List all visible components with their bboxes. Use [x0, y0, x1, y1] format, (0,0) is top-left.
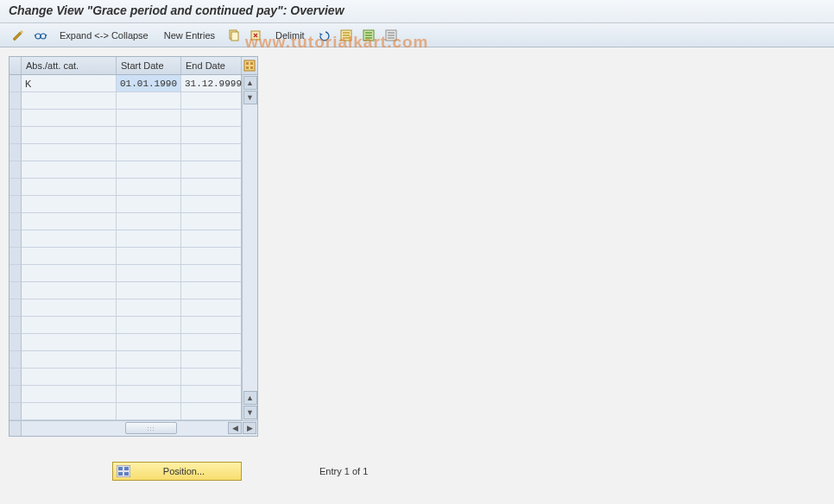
cell-abs-att-cat[interactable] — [22, 248, 117, 265]
cell-start-date[interactable] — [117, 299, 181, 317]
row-selector[interactable] — [9, 265, 22, 282]
cell-start-date[interactable] — [117, 351, 181, 369]
cell-start-date[interactable] — [117, 213, 181, 230]
cell-abs-att-cat[interactable] — [22, 282, 117, 299]
cell-abs-att-cat[interactable] — [22, 92, 117, 110]
table-row[interactable] — [9, 265, 242, 282]
cell-start-date[interactable] — [117, 403, 181, 420]
cell-start-date[interactable]: 01.01.1990 — [117, 75, 181, 92]
cell-end-date[interactable] — [181, 248, 242, 265]
cell-start-date[interactable] — [117, 144, 181, 161]
cell-end-date[interactable] — [181, 92, 242, 110]
column-header-end-date[interactable]: End Date — [181, 57, 242, 74]
deselect-all-icon[interactable] — [382, 27, 401, 44]
row-selector-header[interactable] — [9, 57, 22, 74]
cell-start-date[interactable] — [117, 282, 181, 299]
cell-end-date[interactable] — [181, 144, 242, 161]
row-selector[interactable] — [9, 386, 22, 403]
select-all-icon[interactable] — [337, 27, 356, 44]
cell-end-date[interactable] — [181, 161, 242, 179]
cell-end-date[interactable] — [181, 179, 242, 196]
table-row[interactable] — [9, 110, 242, 127]
cell-end-date[interactable] — [181, 334, 242, 351]
table-row[interactable] — [9, 179, 242, 196]
cell-start-date[interactable] — [117, 179, 181, 196]
cell-abs-att-cat[interactable]: K — [22, 75, 117, 92]
position-button[interactable]: Position... — [112, 462, 242, 481]
cell-end-date[interactable] — [181, 317, 242, 334]
cell-abs-att-cat[interactable] — [22, 299, 117, 317]
cell-abs-att-cat[interactable] — [22, 127, 117, 144]
table-row[interactable] — [9, 144, 242, 161]
cell-end-date[interactable] — [181, 110, 242, 127]
hscroll-thumb[interactable]: ::: — [125, 422, 177, 434]
table-row[interactable] — [9, 196, 242, 213]
cell-end-date[interactable] — [181, 386, 242, 403]
cell-start-date[interactable] — [117, 230, 181, 248]
table-row[interactable] — [9, 403, 242, 420]
row-selector[interactable] — [9, 75, 22, 92]
table-row[interactable] — [9, 369, 242, 386]
new-entries-button[interactable]: New Entries — [158, 27, 221, 44]
cell-end-date[interactable] — [181, 351, 242, 369]
row-selector[interactable] — [9, 369, 22, 386]
cell-start-date[interactable] — [117, 265, 181, 282]
table-row[interactable] — [9, 248, 242, 265]
delimit-button[interactable]: Delimit — [269, 27, 311, 44]
table-row[interactable] — [9, 386, 242, 403]
cell-abs-att-cat[interactable] — [22, 196, 117, 213]
expand-collapse-button[interactable]: Expand <-> Collapse — [54, 27, 155, 44]
horizontal-scrollbar[interactable]: ::: ◀ ▶ — [9, 420, 257, 436]
scroll-up2-icon[interactable]: ▲ — [243, 391, 257, 405]
glasses-details-icon[interactable] — [31, 27, 50, 44]
row-selector[interactable] — [9, 248, 22, 265]
column-header-abs-att-cat[interactable]: Abs./att. cat. — [22, 57, 117, 74]
grid-settings-icon[interactable] — [242, 57, 257, 74]
cell-abs-att-cat[interactable] — [22, 334, 117, 351]
cell-end-date[interactable] — [181, 230, 242, 248]
row-selector[interactable] — [9, 144, 22, 161]
cell-start-date[interactable] — [117, 386, 181, 403]
cell-end-date[interactable] — [181, 369, 242, 386]
row-selector[interactable] — [9, 282, 22, 299]
select-block-icon[interactable] — [359, 27, 378, 44]
table-row[interactable] — [9, 92, 242, 110]
table-row[interactable] — [9, 334, 242, 351]
cell-end-date[interactable]: 31.12.9999 — [181, 75, 242, 92]
row-selector[interactable] — [9, 351, 22, 369]
cell-start-date[interactable] — [117, 317, 181, 334]
table-row[interactable] — [9, 282, 242, 299]
cell-start-date[interactable] — [117, 127, 181, 144]
cell-abs-att-cat[interactable] — [22, 110, 117, 127]
row-selector[interactable] — [9, 403, 22, 420]
column-header-start-date[interactable]: Start Date — [117, 57, 181, 74]
table-row[interactable] — [9, 230, 242, 248]
row-selector[interactable] — [9, 127, 22, 144]
cell-abs-att-cat[interactable] — [22, 144, 117, 161]
cell-end-date[interactable] — [181, 282, 242, 299]
cell-abs-att-cat[interactable] — [22, 403, 117, 420]
cell-abs-att-cat[interactable] — [22, 386, 117, 403]
scroll-left-icon[interactable]: ◀ — [228, 422, 242, 434]
row-selector[interactable] — [9, 161, 22, 179]
scroll-down2-icon[interactable]: ▼ — [243, 406, 257, 419]
table-row[interactable] — [9, 161, 242, 179]
table-row[interactable] — [9, 127, 242, 144]
cell-end-date[interactable] — [181, 403, 242, 420]
table-row[interactable] — [9, 213, 242, 230]
scroll-down-icon[interactable]: ▼ — [243, 91, 257, 104]
row-selector[interactable] — [9, 213, 22, 230]
cell-abs-att-cat[interactable] — [22, 317, 117, 334]
row-selector[interactable] — [9, 179, 22, 196]
copy-icon[interactable] — [224, 27, 243, 44]
table-row[interactable] — [9, 299, 242, 317]
cell-start-date[interactable] — [117, 110, 181, 127]
cell-abs-att-cat[interactable] — [22, 161, 117, 179]
table-row[interactable] — [9, 351, 242, 369]
cell-abs-att-cat[interactable] — [22, 369, 117, 386]
cell-abs-att-cat[interactable] — [22, 265, 117, 282]
vertical-scrollbar[interactable]: ▲ ▼ ▲ ▼ — [242, 75, 257, 420]
table-row[interactable]: K01.01.199031.12.9999 — [9, 75, 242, 92]
cell-start-date[interactable] — [117, 196, 181, 213]
cell-end-date[interactable] — [181, 213, 242, 230]
